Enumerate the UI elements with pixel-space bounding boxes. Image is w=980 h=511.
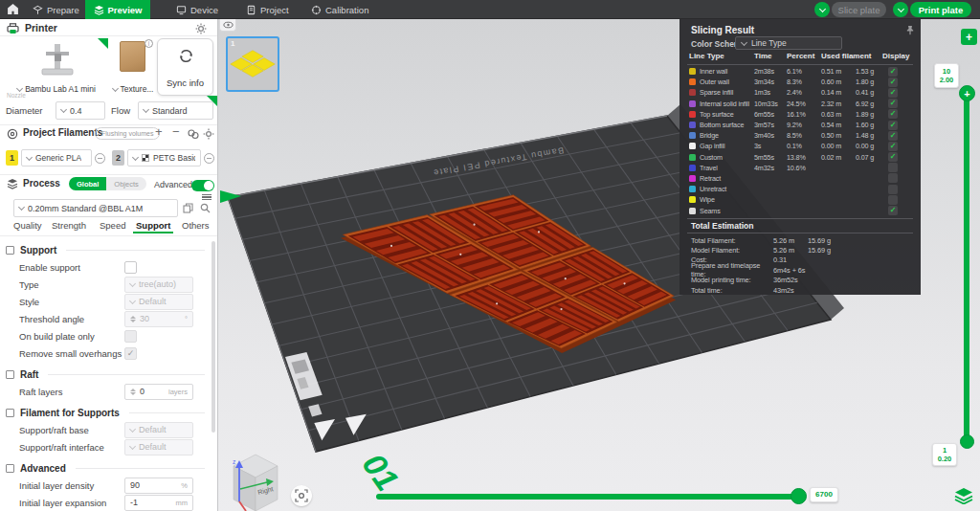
diameter-select[interactable]: 0.4 xyxy=(56,101,105,120)
flushing-volumes-button[interactable]: Flushing volumes xyxy=(95,127,160,140)
filament-2-select[interactable]: PETG Basic xyxy=(127,149,201,167)
expand-panel-button[interactable]: + xyxy=(961,29,977,45)
section-divider xyxy=(76,468,205,469)
build-plate-card[interactable]: i Texture... xyxy=(111,38,155,96)
display-checkbox[interactable]: ✓ xyxy=(888,99,898,108)
filament-2-chip[interactable]: 2 xyxy=(112,150,124,166)
section-header: Filament for Supports xyxy=(0,405,212,421)
filament-1-select[interactable]: Generic PLA xyxy=(21,149,92,167)
filament-1-chip[interactable]: 1 xyxy=(6,150,18,166)
advanced-toggle[interactable] xyxy=(191,180,214,191)
support-raft-interface-select[interactable]: Default xyxy=(124,439,193,455)
initial-layer-density-input[interactable]: 90% xyxy=(124,478,193,494)
seam-dot xyxy=(565,278,567,279)
total-value-1: 36m52s xyxy=(773,276,808,284)
display-checkbox[interactable] xyxy=(888,163,898,172)
color-scheme-select[interactable]: Line Type xyxy=(735,36,842,50)
display-checkbox[interactable]: ✓ xyxy=(888,131,898,141)
sync-info-button[interactable]: Sync info xyxy=(157,38,213,96)
style-select[interactable]: Default xyxy=(124,294,193,310)
tab-project[interactable]: Project xyxy=(238,0,297,19)
scope-objects-button[interactable]: Objects xyxy=(106,177,145,190)
layer-slider[interactable] xyxy=(964,98,969,440)
slice-plate-button[interactable]: Slice plate xyxy=(832,2,886,17)
display-checkbox[interactable] xyxy=(888,185,898,194)
delete-filament-2-icon[interactable] xyxy=(204,153,214,164)
project-filaments-title: Project Filaments xyxy=(23,127,102,138)
viewport-settings-button[interactable] xyxy=(291,485,312,506)
total-row: Model Filament:5.26 m15.69 g xyxy=(679,245,921,255)
filament-gear-icon[interactable] xyxy=(203,128,214,140)
flow-select[interactable]: Standard xyxy=(138,101,213,120)
horizontal-move-slider[interactable] xyxy=(376,494,799,500)
display-checkbox[interactable]: ✓ xyxy=(888,142,898,151)
sidebar-scrollbar[interactable] xyxy=(212,241,215,433)
tab-speed[interactable]: Speed xyxy=(100,220,125,231)
section-title: Advanced xyxy=(20,463,66,474)
seam-dot xyxy=(560,308,562,310)
line-type-length: 0.51 m xyxy=(821,67,856,76)
tab-prepare[interactable]: Prepare xyxy=(25,0,87,19)
printer-gear-icon[interactable] xyxy=(195,23,207,34)
tab-calibration[interactable]: Calibration xyxy=(303,0,376,19)
remove-small-overhangs-checkbox[interactable]: ✓ xyxy=(124,347,137,360)
preset-menu-icon[interactable] xyxy=(202,192,212,202)
total-value-1: 5.26 m xyxy=(773,236,808,245)
process-stack-icon xyxy=(7,178,18,189)
horizontal-slider-handle[interactable] xyxy=(791,488,807,504)
display-checkbox[interactable]: ✓ xyxy=(888,67,898,77)
raft-layers-input[interactable]: 0layers xyxy=(124,384,193,400)
display-checkbox[interactable] xyxy=(888,173,898,183)
enable-support-checkbox[interactable] xyxy=(124,261,137,274)
initial-layer-expansion-input[interactable]: -1mm xyxy=(124,495,193,511)
print-plate-dropdown[interactable] xyxy=(893,2,908,17)
layer-slider-top-handle[interactable]: + xyxy=(959,85,975,101)
tab-strength[interactable]: Strength xyxy=(52,220,86,231)
copy-preset-icon[interactable] xyxy=(183,203,193,213)
setting-value: 30 xyxy=(140,314,149,323)
delete-filament-1-icon[interactable] xyxy=(95,153,105,164)
support-raft-base-select[interactable]: Default xyxy=(124,422,193,438)
line-type-row: Seams✓ xyxy=(679,205,921,215)
tab-others[interactable]: Others xyxy=(182,220,210,231)
display-checkbox[interactable]: ✓ xyxy=(888,206,898,215)
layer-slider-bottom-handle[interactable] xyxy=(960,434,974,449)
info-icon[interactable]: i xyxy=(145,39,153,48)
display-checkbox[interactable]: ✓ xyxy=(888,78,898,87)
line-type-name: Travel xyxy=(700,164,754,172)
display-checkbox[interactable]: ✓ xyxy=(888,121,898,130)
chevron-down-icon xyxy=(18,204,25,211)
type-select[interactable]: tree(auto) xyxy=(124,277,193,293)
home-icon[interactable] xyxy=(7,3,19,15)
tab-quality[interactable]: Quality xyxy=(13,220,42,231)
plate-thumbnail[interactable]: 1 xyxy=(226,36,279,92)
display-checkbox[interactable]: ✓ xyxy=(888,152,898,162)
spinner-arrows[interactable] xyxy=(130,316,136,322)
setting-label: Remove small overhangs xyxy=(19,348,124,359)
pin-panel-icon[interactable] xyxy=(905,25,915,35)
threshold-angle-input[interactable]: 30° xyxy=(124,311,193,327)
on-build-plate-only-checkbox[interactable] xyxy=(124,330,137,343)
tab-preview[interactable]: Preview xyxy=(85,0,150,19)
print-plate-button[interactable]: Print plate xyxy=(910,2,971,17)
display-checkbox[interactable] xyxy=(888,195,898,205)
display-checkbox[interactable]: ✓ xyxy=(888,109,898,119)
line-type-name: Gap infill xyxy=(700,142,754,150)
add-filament-button[interactable]: + xyxy=(155,124,163,139)
printer-card[interactable]: Bambu Lab A1 mini xyxy=(4,38,109,96)
setting-label: Type xyxy=(19,279,124,290)
preset-select[interactable]: 0.20mm Standard @BBL A1M xyxy=(13,199,178,217)
seam-dot xyxy=(473,224,475,226)
sync-filament-list-icon[interactable] xyxy=(188,128,199,140)
slice-plate-dropdown[interactable] xyxy=(814,2,830,17)
search-preset-icon[interactable] xyxy=(200,203,211,213)
spinner-arrows[interactable] xyxy=(130,389,136,395)
remove-filament-button[interactable]: − xyxy=(172,124,180,139)
layers-mode-icon[interactable] xyxy=(954,487,973,504)
display-checkbox[interactable]: ✓ xyxy=(888,88,898,98)
setting-label: Initial layer expansion xyxy=(19,498,124,508)
toggle-plate-list-tab[interactable] xyxy=(219,19,236,32)
scope-global-button[interactable]: Global xyxy=(69,177,106,190)
tab-device[interactable]: Device xyxy=(168,0,226,19)
tab-support[interactable]: Support xyxy=(136,220,170,231)
